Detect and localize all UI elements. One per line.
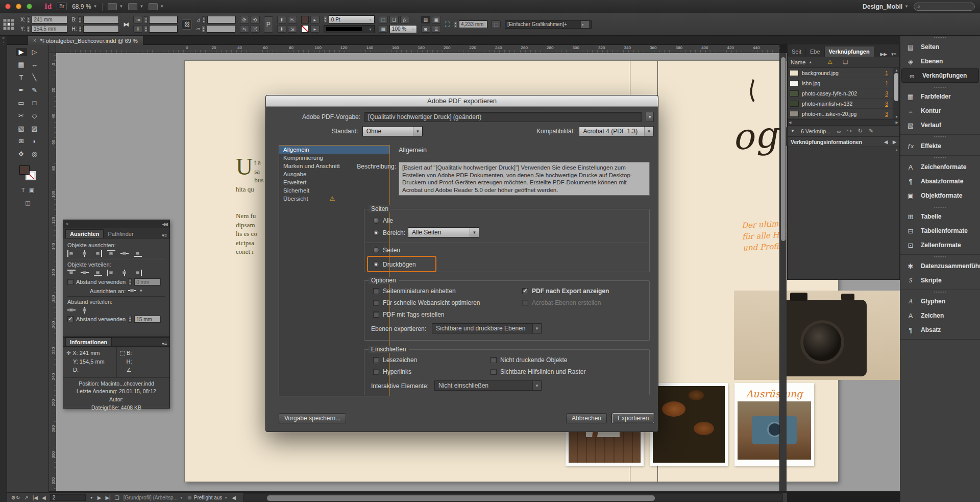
panel-menu-icon[interactable]: ▾≡ <box>162 341 169 346</box>
fill-stroke-indicator[interactable] <box>19 165 37 181</box>
dock-item-absatzformate[interactable]: ¶Absatzformate <box>900 174 980 188</box>
wrap-jump-icon[interactable]: ≣ <box>432 25 441 33</box>
rectangle-frame-tool[interactable]: ▭ <box>16 99 27 107</box>
dock-item-zeichen[interactable]: AZeichen <box>900 308 980 323</box>
next-page-icon[interactable]: ▶ <box>97 495 102 500</box>
panel-close-icon[interactable]: × <box>66 222 68 227</box>
kompatibilitaet-dropdown[interactable]: Acrobat 4 (PDF 1.3)▼ <box>579 126 654 136</box>
tab-seiten-partial[interactable]: Seit <box>788 46 806 57</box>
formatting-text-icon[interactable]: T <box>21 187 25 194</box>
x-stepper[interactable]: ▲▼ <box>27 16 30 23</box>
name-column-header[interactable]: Name <box>791 59 805 65</box>
sort-icon[interactable]: ▲ <box>808 60 812 64</box>
update-link-icon[interactable]: ↻ <box>858 128 863 134</box>
selection-tool[interactable]: ▶ <box>16 48 27 56</box>
spacing-field-2[interactable]: 15 mm <box>134 316 161 323</box>
stroke-color-swatch[interactable] <box>301 25 309 33</box>
use-spacing-checkbox-1[interactable] <box>67 279 74 285</box>
note-tool[interactable]: ✉ <box>16 137 27 146</box>
flip-vertical-icon[interactable]: ⤮ <box>251 25 260 33</box>
space-ch-icon[interactable] <box>81 307 89 314</box>
tab-pathfinder[interactable]: Pathfinder <box>104 230 137 238</box>
fill-color-swatch[interactable] <box>301 16 309 23</box>
standard-dropdown[interactable]: Ohne▼ <box>362 126 423 136</box>
checkbox-hilfslinien[interactable]: Sichtbare Hilfslinien und Raster <box>491 368 585 375</box>
select-previous-object-icon[interactable]: ⬆ <box>277 16 286 23</box>
dock-group-grip[interactable]: ▪▪▪▪▪▪▪ <box>900 85 980 89</box>
last-page-icon[interactable]: ▶| <box>105 495 110 500</box>
dialog-sidebar-item-sicherheit[interactable]: Sicherheit <box>279 186 389 195</box>
corner-options-icon[interactable]: ⬚ <box>379 16 388 23</box>
free-transform-tool[interactable]: ◇ <box>29 112 40 120</box>
vorgabe-speichern-button[interactable]: Vorgabe speichern... <box>279 413 346 423</box>
align-l-icon[interactable] <box>67 250 76 257</box>
abbrechen-button[interactable]: Abbrechen <box>566 413 607 423</box>
link-page-number[interactable]: 3 <box>885 101 888 107</box>
goto-link-icon[interactable]: ↪ <box>847 128 851 134</box>
ruler-corner[interactable] <box>49 45 56 53</box>
rotate-ccw-icon[interactable]: ⟲ <box>251 16 260 23</box>
document-tab[interactable]: × *Fotoratgeber_Buchcover.indd @ 69 % <box>28 36 143 45</box>
dock-group-grip[interactable]: ▪▪▪▪▪▪▪ <box>900 156 980 160</box>
radio-alle[interactable]: Alle <box>373 217 393 224</box>
tab-verknuepfungen[interactable]: Verknüpfungen <box>825 46 874 57</box>
checkbox-webansicht[interactable]: Für schnelle Webansicht optimieren <box>373 299 480 306</box>
edit-original-icon[interactable]: ✎ <box>869 128 873 134</box>
dialog-sidebar-item-allgemein[interactable]: Allgemein <box>279 146 389 154</box>
spacing-stepper-1[interactable]: ▲▼ <box>128 278 132 285</box>
screen-mode-dropdown[interactable]: ▼ <box>128 3 143 10</box>
stroke-flyout-icon[interactable]: ▸ <box>310 25 320 33</box>
window-minimize-button[interactable] <box>16 4 21 9</box>
window-zoom-button[interactable] <box>27 4 32 9</box>
dock-item-verknuepfungen[interactable]: ∞Verknüpfungen <box>901 68 979 83</box>
dock-item-absatz[interactable]: ¶Absatz <box>900 323 980 337</box>
gradient-tool[interactable]: ▧ <box>16 125 27 133</box>
pen-tool[interactable]: ✒ <box>16 86 27 94</box>
ebenen-exportieren-dropdown[interactable]: Sichtbare und druckbare Ebenen▼ <box>432 323 542 333</box>
object-style-icon[interactable]: ⬚ <box>492 20 501 28</box>
link-page-number[interactable]: 1 <box>885 70 888 76</box>
line-tool[interactable]: ╲ <box>29 74 40 82</box>
dock-item-seiten[interactable]: ▤Seiten <box>900 40 980 54</box>
rotation-stepper[interactable]: ▲▼ <box>202 16 206 23</box>
radio-seiten[interactable]: Seiten <box>373 247 400 254</box>
constrain-proportions-icon[interactable]: ⧓ <box>123 21 129 28</box>
prev-link-icon[interactable]: ◀ <box>884 139 888 145</box>
panel-menu-icon[interactable]: ▾≡ <box>891 52 896 57</box>
dock-group-grip[interactable]: ▪▪▪▪▪▪▪ <box>900 205 980 209</box>
vertical-ruler[interactable]: 0204060801001201401601802002202402602803… <box>49 53 56 491</box>
dock-item-zeichenformate[interactable]: AZeichenformate <box>900 160 980 174</box>
dock-item-zellenformate[interactable]: ⊡Zellenformate <box>900 238 980 252</box>
next-link-icon[interactable]: ▶ <box>893 139 896 145</box>
scale-y-stepper[interactable]: ▲▼ <box>144 26 148 33</box>
distribute-b-icon[interactable] <box>94 270 102 276</box>
spacing-field-1[interactable]: 0 mm <box>134 278 161 285</box>
dock-item-datenzusammenfuehrung[interactable]: ✱Datenzusammenführ... <box>900 259 980 273</box>
distribute-ch-icon[interactable] <box>120 270 129 276</box>
gradient-feather-tool[interactable]: ▨ <box>29 125 40 133</box>
vorgabe-field[interactable]: [Qualitativ hochwertiger Druck] (geänder… <box>364 112 642 122</box>
reference-point-proxy[interactable] <box>3 19 14 30</box>
link-row[interactable]: photo-m...iske-n-20.jpg3 <box>788 109 899 119</box>
gap-tool[interactable]: ↔ <box>29 61 40 69</box>
vertical-scrollbar[interactable] <box>779 53 787 491</box>
distribute-t-icon[interactable] <box>67 270 76 276</box>
wrap-none-icon[interactable]: ▤ <box>421 16 430 23</box>
pencil-tool[interactable]: ✎ <box>29 86 40 94</box>
shear-stepper[interactable]: ▲▼ <box>202 26 205 33</box>
dialog-sidebar-item-ausgabe[interactable]: Ausgabe <box>279 170 389 178</box>
dock-item-ebenen[interactable]: ◈Ebenen <box>900 54 980 68</box>
width-field[interactable] <box>83 16 119 23</box>
dialog-sidebar-item-erweitert[interactable]: Erweitert <box>279 178 389 186</box>
scissors-tool[interactable]: ✂ <box>16 112 27 120</box>
link-row[interactable]: background.jpg1 <box>788 68 899 78</box>
distribute-r-icon[interactable] <box>134 270 142 276</box>
link-page-number[interactable]: 3 <box>885 90 888 97</box>
stroke-weight-dropdown[interactable]: 0 Pt▼ <box>329 15 375 23</box>
scroll-left-icon[interactable]: ◀ <box>232 495 236 500</box>
link-scale-icon[interactable]: ⛓ <box>182 19 192 30</box>
rectangle-tool[interactable]: □ <box>29 99 40 107</box>
stroke-weight-stepper[interactable]: ▲▼ <box>324 16 327 23</box>
preflight-status[interactable]: Preflight aus▼ <box>187 495 228 500</box>
x-field[interactable]: 241 mm <box>32 16 67 23</box>
